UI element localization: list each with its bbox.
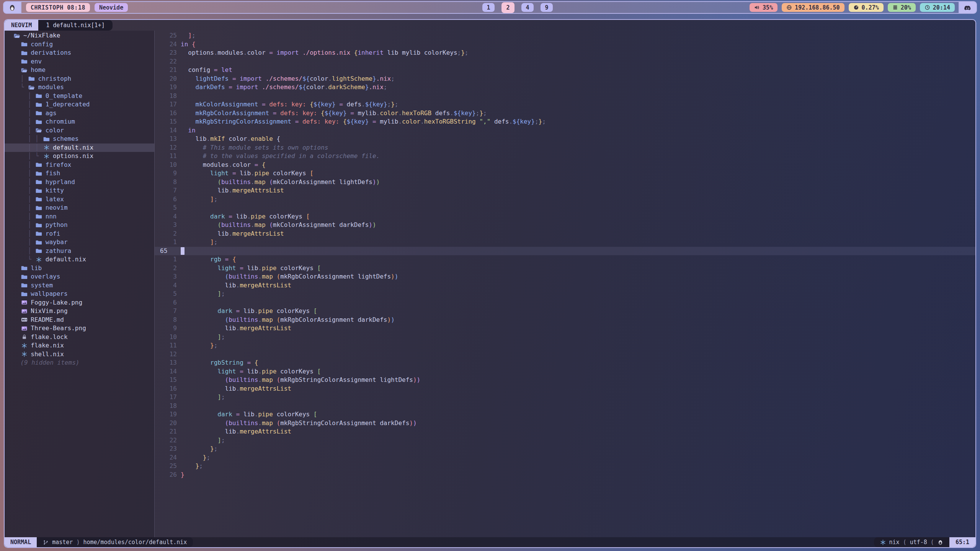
code-line[interactable]: 1 rgb = { [155,255,975,264]
tree-item-christoph[interactable]: │ christoph [5,75,154,83]
tree-item-1_deprecated[interactable]: │ 1_deprecated [5,100,154,109]
code-line[interactable]: 25 }; [155,462,975,471]
tree-item-flake.lock[interactable]: flake.lock [5,333,154,342]
tree-item-firefox[interactable]: │ firefox [5,161,154,170]
code-line[interactable]: 22 [155,57,975,66]
tree-item-ags[interactable]: │ ags [5,109,154,118]
code-line[interactable]: 8 (builtins.map (mkColorAssignment light… [155,178,975,187]
code-line[interactable]: 9 lib.mergeAttrsList [155,324,975,333]
tree-item-zathura[interactable]: │ zathura [5,247,154,256]
tree-item-system[interactable]: system [5,281,154,290]
code-line[interactable]: 5 ]; [155,290,975,298]
code-line[interactable]: 22 ]; [155,436,975,445]
workspace-tab-9[interactable]: 9 [541,3,553,12]
tree-item-NixFlake[interactable]: ~/NixFlake [5,31,154,40]
tree-item-default.nix[interactable]: └ default.nix [5,255,154,264]
code-editor[interactable]: 25 ];24in {23 options.modules.color = im… [155,31,975,537]
tree-item-NixVim.png[interactable]: NixVim.png [5,307,154,316]
code-line[interactable]: 1 ]; [155,238,975,247]
workspace-tab-4[interactable]: 4 [521,3,534,12]
tree-item-rofi[interactable]: │ rofi [5,230,154,238]
tree-item-config[interactable]: config [5,40,154,49]
code-line[interactable]: 3 (builtins.map (mkColorAssignment darkD… [155,221,975,230]
buffer-tab[interactable]: 1 default.nix[1+] [38,20,113,31]
tree-item-Three-Bears.png[interactable]: Three-Bears.png [5,324,154,333]
code-line[interactable]: 6 [155,298,975,307]
code-line[interactable]: 12 [155,350,975,359]
tree-item-neovim[interactable]: │ neovim [5,204,154,212]
tree-item-default.nix[interactable]: │ │ default.nix [5,143,154,152]
tree-item-latex[interactable]: │ latex [5,195,154,204]
code-line[interactable]: 15 (builtins.map (mkRgbStringColorAssign… [155,376,975,385]
code-line[interactable]: 11 }; [155,341,975,350]
code-line[interactable]: 2 light = lib.pipe colorKeys [ [155,264,975,273]
tree-item-color[interactable]: │ color [5,126,154,135]
code-line[interactable]: 9 light = lib.pipe colorKeys [ [155,169,975,178]
tree-item-flake.nix[interactable]: flake.nix [5,341,154,350]
code-line[interactable]: 16 mkRgbColorAssignment = defs: key: {${… [155,109,975,118]
code-line[interactable]: 5 [155,204,975,212]
tree-item-python[interactable]: │ python [5,221,154,230]
file-tree-panel[interactable]: ~/NixFlake config derivations env home │… [5,31,155,537]
code-line[interactable]: 10 modules.color = { [155,161,975,170]
discord-icon[interactable] [964,4,972,11]
code-line[interactable]: 18 [155,402,975,411]
code-line[interactable]: 24in { [155,40,975,49]
tree-item-kitty[interactable]: │ kitty [5,186,154,195]
code-line[interactable]: 26} [155,471,975,479]
code-line[interactable]: 19 dark = lib.pipe colorKeys [ [155,410,975,419]
code-line[interactable]: 18 [155,92,975,101]
code-line[interactable]: 8 (builtins.map (mkRgbColorAssignment da… [155,316,975,324]
code-line[interactable]: 11 # to the values specified in a colors… [155,152,975,161]
tree-item-shell.nix[interactable]: shell.nix [5,350,154,359]
tree-hidden-items[interactable]: (9 hidden items) [5,359,154,367]
tree-item-Foggy-Lake.png[interactable]: Foggy-Lake.png [5,298,154,307]
tree-item-0_template[interactable]: │ 0_template [5,92,154,101]
tree-item-wallpapers[interactable]: wallpapers [5,290,154,298]
code-line[interactable]: 15 mkRgbStringColorAssignment = defs: ke… [155,117,975,126]
code-line[interactable]: 4 dark = lib.pipe colorKeys [ [155,212,975,221]
tree-item-README.md[interactable]: README.md [5,316,154,324]
tree-item-home[interactable]: home [5,66,154,75]
code-line[interactable]: 23 options.modules.color = import ./opti… [155,49,975,57]
code-line[interactable]: 10 ]; [155,333,975,342]
tree-item-chromium[interactable]: │ chromium [5,117,154,126]
code-line[interactable]: 3 (builtins.map (mkRgbColorAssignment li… [155,272,975,281]
code-line[interactable]: 7 lib.mergeAttrsList [155,186,975,195]
code-line[interactable]: 12 # This module sets its own options [155,143,975,152]
tree-item-fish[interactable]: │ fish [5,169,154,178]
tree-item-options.nix[interactable]: │ └ options.nix [5,152,154,161]
tree-item-modules[interactable]: └ modules [5,83,154,92]
code-line[interactable]: 13 rgbString = { [155,359,975,367]
code-line[interactable]: 17 mkColorAssignment = defs: key: {${key… [155,100,975,109]
code-line-current[interactable]: 65 [155,247,975,256]
code-line[interactable]: 19 darkDefs = import ./schemes/${color.d… [155,83,975,92]
tree-item-env[interactable]: env [5,57,154,66]
code-line[interactable]: 2 lib.mergeAttrsList [155,230,975,238]
code-line[interactable]: 7 dark = lib.pipe colorKeys [ [155,307,975,316]
code-line[interactable]: 23 }; [155,445,975,453]
code-line[interactable]: 17 ]; [155,393,975,402]
tree-item-hyprland[interactable]: │ hyprland [5,178,154,187]
code-line[interactable]: 14 in [155,126,975,135]
workspace-tab-2[interactable]: 2 [501,2,514,13]
code-line[interactable]: 14 light = lib.pipe colorKeys [ [155,367,975,376]
code-line[interactable]: 20 lightDefs = import ./schemes/${color.… [155,75,975,83]
code-line[interactable]: 21 config = let [155,66,975,75]
code-line[interactable]: 24 }; [155,453,975,462]
code-line[interactable]: 20 (builtins.map (mkRgbStringColorAssign… [155,419,975,428]
discord-tray-box[interactable] [959,2,976,13]
code-line[interactable]: 4 lib.mergeAttrsList [155,281,975,290]
tree-item-derivations[interactable]: derivations [5,49,154,57]
code-line[interactable]: 16 lib.mergeAttrsList [155,385,975,393]
tree-item-schemes[interactable]: │ │ schemes [5,135,154,143]
code-line[interactable]: 6 ]; [155,195,975,204]
tree-item-overlays[interactable]: overlays [5,272,154,281]
code-line[interactable]: 21 lib.mergeAttrsList [155,427,975,436]
code-line[interactable]: 13 lib.mkIf color.enable { [155,135,975,143]
tree-item-waybar[interactable]: │ waybar [5,238,154,247]
code-line[interactable]: 25 ]; [155,31,975,40]
tree-item-nnn[interactable]: │ nnn [5,212,154,221]
workspace-tab-1[interactable]: 1 [482,3,495,12]
tree-item-lib[interactable]: lib [5,264,154,273]
